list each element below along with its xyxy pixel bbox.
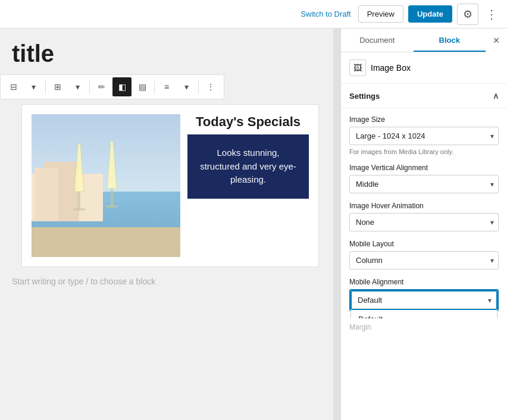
page-title: title [0,40,54,67]
image-size-field: Image Size Large - 1024 x 1024 Thumbnail… [349,115,499,155]
sidebar-tabs: Document Block [341,29,486,52]
editor-area: title ⊟ ▾ ⊞ ▾ ✏ [0,29,340,420]
mobile-alignment-dropdown: Default ▾ Default Left Center Right [349,289,499,311]
sidebar-block-title: 🖼 Image Box [341,52,507,84]
more-dots-icon: ⋮ [486,8,497,21]
toolbar-group-layout: ⊞ ▾ [48,77,87,96]
svg-rect-8 [73,208,85,211]
pen-icon: ✏ [98,82,105,92]
toolbar-fullwidth-button[interactable]: ◧ [112,77,132,96]
align-icon: ≡ [164,82,169,92]
image-vertical-alignment-label: Image Vertical Alignment [349,164,499,172]
fullwidth-icon: ◧ [118,82,126,92]
image-placeholder [32,114,180,257]
sidebar-tabs-row: Document Block × [341,29,507,52]
sidebar-close-button[interactable]: × [486,30,507,51]
toolbar-divider-3 [154,80,155,94]
image-vertical-alignment-select[interactable]: Top Middle Bottom [349,175,499,193]
mobile-alignment-list: Default Left Center Right [350,310,497,318]
block-toolbar: ⊟ ▾ ⊞ ▾ ✏ ◧ ▤ [0,74,224,99]
settings-icon: ⚙ [463,8,472,21]
mobile-layout-select[interactable]: Column Row [349,251,499,269]
mobile-alignment-field: Mobile Alignment Default ▾ Default Left … [349,278,499,311]
preview-button[interactable]: Preview [358,5,403,23]
image-box-title: Today's Specials [187,114,309,130]
image-size-select-wrapper: Large - 1024 x 1024 Thumbnail Medium Ful… [349,127,499,145]
chevron-down-icon: ▾ [32,82,36,92]
image-vertical-alignment-wrapper: Top Middle Bottom ▾ [349,175,499,193]
toolbar-divider-4 [198,80,199,94]
toolbar-pen-button[interactable]: ✏ [92,77,111,96]
main-layout: title ⊟ ▾ ⊞ ▾ ✏ [0,29,507,420]
image-box-icon: 🖼 [353,63,362,73]
mobile-layout-wrapper: Column Row ▾ [349,251,499,269]
update-button[interactable]: Update [408,5,452,23]
image-size-select[interactable]: Large - 1024 x 1024 Thumbnail Medium Ful… [349,127,499,145]
image-vertical-alignment-field: Image Vertical Alignment Top Middle Bott… [349,164,499,193]
toolbar-align-right-button[interactable]: ▤ [133,77,152,96]
svg-rect-4 [35,168,58,221]
toolbar-divider-1 [45,80,46,94]
image-box-description: Looks stunning, structured and very eye-… [187,134,309,199]
topbar: Switch to Draft Preview Update ⚙ ⋮ [0,0,507,29]
switch-to-draft-button[interactable]: Switch to Draft [301,10,351,18]
tab-block[interactable]: Block [414,29,486,52]
align-right-icon: ▤ [139,82,146,92]
image-hover-animation-select[interactable]: None Zoom In Zoom Out Slide Up [349,213,499,231]
more-options-button[interactable]: ⋮ [483,5,500,24]
text-area: Today's Specials Looks stunning, structu… [187,114,309,257]
block-icon: 🖼 [349,59,366,76]
svg-rect-7 [78,192,80,209]
svg-rect-5 [32,227,180,257]
sidebar: Document Block × 🖼 Image Box Settings ∧ … [340,29,507,420]
start-writing-placeholder[interactable]: Start writing or type / to choose a bloc… [12,277,155,286]
image-size-label: Image Size [349,115,499,124]
chevron-down-icon-3: ▾ [184,82,189,92]
toolbar-divider-2 [89,80,90,94]
mobile-alignment-value[interactable]: Default [352,292,496,309]
image-hover-animation-label: Image Hover Animation [349,202,499,210]
tab-indicator [414,51,486,52]
toolbar-layout-button[interactable]: ⊞ [48,77,67,96]
settings-label: Settings [349,92,380,101]
tab-document[interactable]: Document [341,29,414,52]
settings-header: Settings ∧ [341,84,507,108]
toolbar-group-align: ≡ ▾ [157,77,196,96]
block-label: Image Box [371,63,411,73]
content-block: Today's Specials Looks stunning, structu… [21,104,319,267]
toolbar-layout-arrow-button[interactable]: ▾ [68,77,87,96]
svg-rect-15 [106,205,118,208]
mobile-layout-field: Mobile Layout Column Row ▾ [349,240,499,269]
mobile-layout-label: Mobile Layout [349,240,499,248]
mobile-alignment-option-default[interactable]: Default [351,310,497,318]
settings-content: Image Size Large - 1024 x 1024 Thumbnail… [341,108,507,318]
margin-label: Margin [341,318,507,334]
toolbar-align-button[interactable]: ≡ [157,77,176,96]
toolbar-image-arrow-button[interactable]: ▾ [24,77,43,96]
layout-icon: ⊞ [54,82,61,92]
mobile-alignment-label: Mobile Alignment [349,278,499,286]
more-vertical-icon: ⋮ [206,82,215,92]
toolbar-more-button[interactable]: ⋮ [201,77,220,96]
image-hover-animation-wrapper: None Zoom In Zoom Out Slide Up ▾ [349,213,499,231]
scroll-handle[interactable] [333,29,340,420]
image-icon: ⊟ [10,82,17,92]
toolbar-image-button[interactable]: ⊟ [4,77,23,96]
toolbar-align-arrow-button[interactable]: ▾ [177,77,196,96]
settings-button[interactable]: ⚙ [457,4,478,25]
svg-rect-14 [111,189,113,206]
chevron-down-icon-2: ▾ [76,82,80,92]
settings-collapse-button[interactable]: ∧ [493,91,499,101]
image-hover-animation-field: Image Hover Animation None Zoom In Zoom … [349,202,499,231]
toolbar-group-image: ⊟ ▾ [4,77,43,96]
image-size-hint: For images from Media Library only. [349,148,499,155]
image-box-block: Today's Specials Looks stunning, structu… [32,114,309,257]
